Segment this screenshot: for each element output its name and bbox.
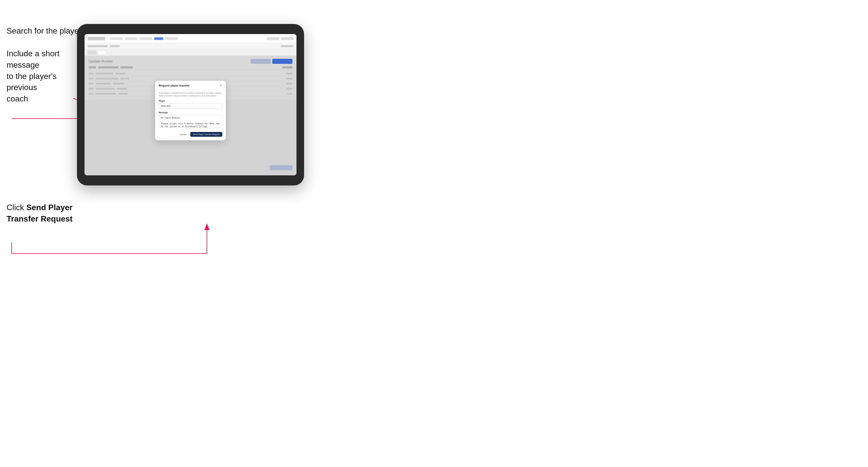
modal-close-button[interactable]: ✕ bbox=[219, 84, 222, 87]
modal-header: Request player transfer ✕ bbox=[155, 81, 226, 90]
breadcrumb-action bbox=[281, 45, 293, 47]
header-btn-1 bbox=[267, 37, 279, 40]
modal-footer: Cancel Send Player Transfer Request bbox=[159, 131, 222, 137]
header-right bbox=[267, 37, 293, 40]
tab-1 bbox=[88, 51, 97, 55]
cancel-button[interactable]: Cancel bbox=[177, 132, 188, 137]
app-header bbox=[85, 34, 297, 43]
nav-item-active bbox=[154, 37, 163, 40]
modal-description: If the player is transferring from anoth… bbox=[159, 92, 222, 97]
nav-item-1 bbox=[110, 37, 123, 40]
sub-header bbox=[85, 43, 297, 49]
tab-active bbox=[98, 51, 107, 55]
modal-body: If the player is transferring from anoth… bbox=[155, 90, 226, 140]
nav-item-3 bbox=[140, 37, 152, 40]
tablet-screen: Update Roster bbox=[85, 34, 297, 175]
modal-title: Request player transfer bbox=[159, 84, 190, 87]
message-field-label: Message bbox=[159, 111, 222, 114]
app-logo bbox=[88, 37, 105, 40]
breadcrumb-2 bbox=[110, 45, 120, 47]
annotation-message: Include a short messageto the player's p… bbox=[6, 48, 77, 104]
breadcrumb-1 bbox=[88, 45, 108, 47]
tablet-frame: Update Roster bbox=[77, 24, 304, 185]
tab-bar bbox=[85, 49, 297, 56]
nav-item-5 bbox=[165, 37, 178, 40]
annotation-search: Search for the player. bbox=[6, 25, 83, 37]
player-input[interactable] bbox=[159, 103, 222, 109]
nav-items bbox=[110, 37, 267, 40]
annotation-click: Click Send PlayerTransfer Request bbox=[6, 202, 77, 224]
header-btn-2 bbox=[281, 37, 293, 40]
nav-item-2 bbox=[125, 37, 137, 40]
svg-marker-7 bbox=[205, 223, 210, 230]
player-field-label: Player bbox=[159, 100, 222, 102]
send-transfer-request-button[interactable]: Send Player Transfer Request bbox=[190, 132, 222, 137]
message-textarea[interactable]: Hi Coach McHarg, Please accept this tran… bbox=[159, 115, 222, 128]
modal-overlay: Request player transfer ✕ If the player … bbox=[85, 56, 297, 175]
modal-dialog: Request player transfer ✕ If the player … bbox=[155, 81, 226, 140]
